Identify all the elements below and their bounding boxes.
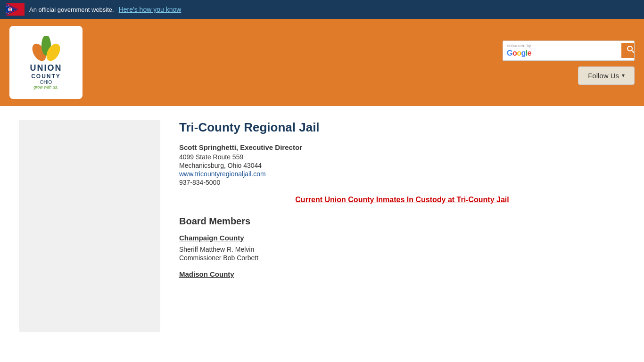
board-member-1: Sheriff Matthew R. Melvin [179, 246, 625, 253]
gov-bar: ★ ★ ★ ★ An official government website. … [0, 0, 644, 19]
address-line-1: 4099 State Route 559 [179, 153, 625, 161]
enhanced-by-text: enhanced by [507, 44, 531, 48]
google-logo: Google [507, 49, 531, 58]
madison-county-title[interactable]: Madison County [179, 270, 625, 278]
logo-leaves-icon [27, 36, 65, 62]
board-members-title: Board Members [179, 216, 625, 227]
how-to-know-link[interactable]: Here's how you know [119, 6, 182, 13]
follow-us-button[interactable]: Follow Us ▾ [578, 66, 635, 85]
svg-point-14 [627, 46, 632, 51]
champaign-county-section: Champaign County Sheriff Matthew R. Melv… [179, 234, 625, 262]
madison-county-section: Madison County [179, 270, 625, 278]
search-button[interactable] [621, 43, 635, 58]
site-header: UNION COUNTY OHIO grow with us. enhanced… [0, 19, 644, 106]
logo-union-text: UNION [27, 63, 65, 73]
gov-bar-text: An official government website. [29, 6, 114, 13]
website-link[interactable]: www.tricountyregionaljail.com [179, 170, 625, 178]
svg-text:★: ★ [6, 11, 8, 13]
sidebar [19, 120, 160, 332]
director-name: Scott Springhetti, Executive Director [179, 143, 625, 151]
search-input[interactable] [535, 44, 621, 57]
champaign-county-title[interactable]: Champaign County [179, 234, 625, 242]
director-info: Scott Springhetti, Executive Director 40… [179, 143, 625, 186]
svg-point-6 [9, 9, 11, 10]
svg-text:★: ★ [8, 12, 9, 14]
logo: UNION COUNTY OHIO grow with us. [27, 36, 65, 90]
logo-county-text: COUNTY [27, 73, 65, 80]
page-title: Tri-County Regional Jail [179, 120, 625, 135]
address-line-2: Mechanicsburg, Ohio 43044 [179, 162, 625, 169]
board-member-2: Commissioner Bob Corbett [179, 254, 625, 262]
search-bar: enhanced by Google [503, 41, 635, 61]
svg-text:★: ★ [6, 6, 8, 8]
svg-text:★: ★ [8, 5, 9, 7]
phone-number: 937-834-5000 [179, 179, 625, 186]
main-content: Tri-County Regional Jail Scott Springhet… [0, 106, 644, 346]
logo-container[interactable]: UNION COUNTY OHIO grow with us. [9, 26, 83, 99]
chevron-down-icon: ▾ [622, 72, 625, 79]
logo-ohio-text: OHIO [27, 80, 65, 85]
header-right: enhanced by Google Follow Us ▾ [503, 41, 635, 85]
logo-grow-text: grow with us. [27, 85, 65, 90]
follow-us-label: Follow Us [588, 72, 619, 80]
content-area: Tri-County Regional Jail Scott Springhet… [174, 120, 625, 332]
ohio-flag-icon: ★ ★ ★ ★ [6, 3, 25, 16]
search-icon [627, 46, 635, 53]
inmates-link[interactable]: Current Union County Inmates In Custody … [179, 196, 625, 204]
svg-line-15 [632, 50, 634, 53]
